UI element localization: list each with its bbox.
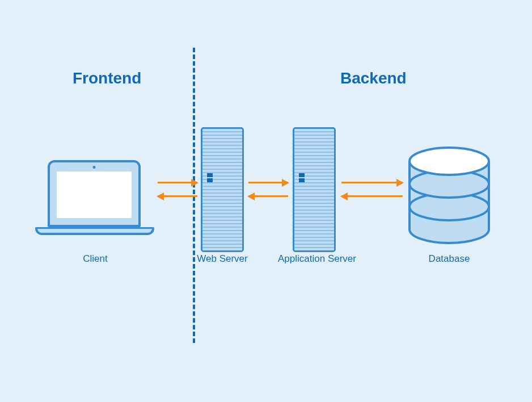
- arrow-appserver-to-database: [341, 182, 403, 183]
- arrow-database-to-appserver: [341, 195, 403, 197]
- backend-section-title: Backend: [340, 69, 407, 87]
- database-icon: [407, 145, 491, 245]
- client-laptop-icon: [35, 160, 154, 246]
- application-server-label: Application Server: [269, 253, 365, 265]
- arrow-webserver-to-appserver: [248, 182, 288, 183]
- architecture-diagram: Frontend Backend Client Web Server Appli…: [0, 0, 532, 402]
- frontend-section-title: Frontend: [73, 69, 141, 87]
- svg-point-2: [409, 148, 489, 175]
- arrow-client-to-webserver: [158, 182, 197, 183]
- arrow-webserver-to-client: [158, 195, 197, 197]
- database-label: Database: [404, 253, 495, 265]
- application-server-icon: [293, 127, 336, 252]
- client-label: Client: [50, 253, 141, 265]
- web-server-icon: [201, 127, 244, 252]
- web-server-label: Web Server: [177, 253, 268, 265]
- arrow-appserver-to-webserver: [248, 195, 288, 197]
